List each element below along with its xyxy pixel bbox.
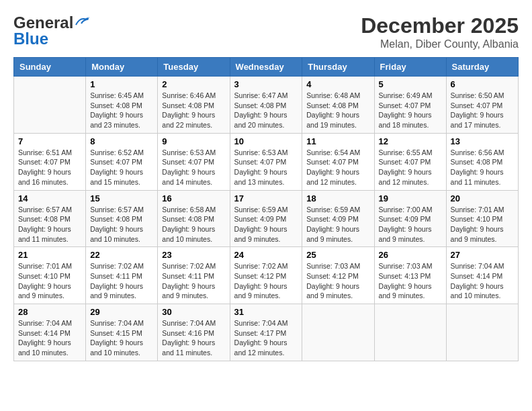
day-number: 22 bbox=[90, 250, 153, 260]
calendar-cell: 30Sunrise: 7:04 AM Sunset: 4:16 PM Dayli… bbox=[158, 304, 230, 361]
calendar-cell: 22Sunrise: 7:02 AM Sunset: 4:11 PM Dayli… bbox=[86, 247, 158, 304]
day-number: 31 bbox=[234, 307, 298, 317]
column-header-saturday: Saturday bbox=[446, 58, 518, 77]
calendar-header-row: SundayMondayTuesdayWednesdayThursdayFrid… bbox=[14, 58, 519, 77]
day-info: Sunrise: 6:52 AM Sunset: 4:07 PM Dayligh… bbox=[90, 148, 153, 187]
day-number: 5 bbox=[379, 79, 442, 89]
calendar-cell bbox=[446, 304, 518, 361]
day-number: 13 bbox=[451, 136, 514, 146]
logo: General Blue bbox=[13, 13, 89, 48]
calendar-cell: 9Sunrise: 6:53 AM Sunset: 4:07 PM Daylig… bbox=[158, 133, 230, 190]
calendar-cell bbox=[374, 304, 446, 361]
day-number: 18 bbox=[306, 193, 369, 203]
calendar-week-2: 7Sunrise: 6:51 AM Sunset: 4:07 PM Daylig… bbox=[14, 133, 519, 190]
calendar-cell: 31Sunrise: 7:04 AM Sunset: 4:17 PM Dayli… bbox=[230, 304, 302, 361]
calendar-cell: 27Sunrise: 7:04 AM Sunset: 4:14 PM Dayli… bbox=[446, 247, 518, 304]
day-number: 29 bbox=[90, 307, 153, 317]
calendar-cell: 6Sunrise: 6:50 AM Sunset: 4:07 PM Daylig… bbox=[446, 77, 518, 134]
day-info: Sunrise: 7:04 AM Sunset: 4:17 PM Dayligh… bbox=[234, 318, 298, 358]
day-info: Sunrise: 7:02 AM Sunset: 4:12 PM Dayligh… bbox=[234, 261, 298, 301]
calendar-cell: 21Sunrise: 7:01 AM Sunset: 4:10 PM Dayli… bbox=[14, 247, 86, 304]
day-info: Sunrise: 6:46 AM Sunset: 4:08 PM Dayligh… bbox=[162, 91, 225, 130]
day-info: Sunrise: 6:58 AM Sunset: 4:08 PM Dayligh… bbox=[162, 205, 225, 244]
day-info: Sunrise: 6:48 AM Sunset: 4:08 PM Dayligh… bbox=[306, 91, 369, 130]
calendar-cell: 7Sunrise: 6:51 AM Sunset: 4:07 PM Daylig… bbox=[14, 133, 86, 190]
day-info: Sunrise: 7:04 AM Sunset: 4:14 PM Dayligh… bbox=[18, 318, 81, 358]
calendar-cell: 12Sunrise: 6:55 AM Sunset: 4:07 PM Dayli… bbox=[374, 133, 446, 190]
day-info: Sunrise: 6:57 AM Sunset: 4:08 PM Dayligh… bbox=[90, 205, 153, 244]
calendar-cell: 18Sunrise: 6:59 AM Sunset: 4:09 PM Dayli… bbox=[302, 190, 374, 247]
day-info: Sunrise: 7:02 AM Sunset: 4:11 PM Dayligh… bbox=[90, 261, 153, 301]
column-header-tuesday: Tuesday bbox=[158, 58, 230, 77]
calendar-cell: 29Sunrise: 7:04 AM Sunset: 4:15 PM Dayli… bbox=[86, 304, 158, 361]
calendar-week-5: 28Sunrise: 7:04 AM Sunset: 4:14 PM Dayli… bbox=[14, 304, 519, 361]
day-number: 16 bbox=[162, 193, 225, 203]
logo-bird-icon bbox=[75, 15, 89, 28]
day-info: Sunrise: 6:53 AM Sunset: 4:07 PM Dayligh… bbox=[234, 148, 298, 187]
location-title: Melan, Diber County, Albania bbox=[361, 38, 519, 50]
day-info: Sunrise: 7:03 AM Sunset: 4:12 PM Dayligh… bbox=[306, 261, 369, 301]
day-info: Sunrise: 7:01 AM Sunset: 4:10 PM Dayligh… bbox=[18, 261, 81, 301]
day-number: 8 bbox=[90, 136, 153, 146]
calendar-cell: 1Sunrise: 6:45 AM Sunset: 4:08 PM Daylig… bbox=[86, 77, 158, 134]
calendar-cell bbox=[14, 77, 86, 134]
day-info: Sunrise: 6:56 AM Sunset: 4:08 PM Dayligh… bbox=[451, 148, 514, 187]
day-info: Sunrise: 6:57 AM Sunset: 4:08 PM Dayligh… bbox=[18, 205, 81, 244]
day-number: 2 bbox=[162, 79, 225, 89]
column-header-wednesday: Wednesday bbox=[230, 58, 302, 77]
calendar-cell: 5Sunrise: 6:49 AM Sunset: 4:07 PM Daylig… bbox=[374, 77, 446, 134]
day-info: Sunrise: 6:49 AM Sunset: 4:07 PM Dayligh… bbox=[379, 91, 442, 130]
day-number: 14 bbox=[18, 193, 81, 203]
calendar-table: SundayMondayTuesdayWednesdayThursdayFrid… bbox=[13, 57, 519, 361]
day-number: 23 bbox=[162, 250, 225, 260]
day-number: 9 bbox=[162, 136, 225, 146]
day-info: Sunrise: 7:02 AM Sunset: 4:11 PM Dayligh… bbox=[162, 261, 225, 301]
day-number: 15 bbox=[90, 193, 153, 203]
column-header-thursday: Thursday bbox=[302, 58, 374, 77]
day-info: Sunrise: 7:00 AM Sunset: 4:09 PM Dayligh… bbox=[379, 205, 442, 244]
day-number: 4 bbox=[306, 79, 369, 89]
calendar-cell: 4Sunrise: 6:48 AM Sunset: 4:08 PM Daylig… bbox=[302, 77, 374, 134]
calendar-cell bbox=[302, 304, 374, 361]
day-number: 17 bbox=[234, 193, 298, 203]
day-number: 12 bbox=[379, 136, 442, 146]
month-title: December 2025 bbox=[361, 13, 519, 38]
day-info: Sunrise: 6:59 AM Sunset: 4:09 PM Dayligh… bbox=[234, 205, 298, 244]
page-header: General Blue December 2025 Melan, Diber … bbox=[13, 13, 519, 50]
day-info: Sunrise: 6:47 AM Sunset: 4:08 PM Dayligh… bbox=[234, 91, 298, 130]
day-info: Sunrise: 6:53 AM Sunset: 4:07 PM Dayligh… bbox=[162, 148, 225, 187]
calendar-week-4: 21Sunrise: 7:01 AM Sunset: 4:10 PM Dayli… bbox=[14, 247, 519, 304]
day-number: 1 bbox=[90, 79, 153, 89]
day-info: Sunrise: 6:55 AM Sunset: 4:07 PM Dayligh… bbox=[379, 148, 442, 187]
day-info: Sunrise: 7:03 AM Sunset: 4:13 PM Dayligh… bbox=[379, 261, 442, 301]
calendar-cell: 20Sunrise: 7:01 AM Sunset: 4:10 PM Dayli… bbox=[446, 190, 518, 247]
day-info: Sunrise: 6:45 AM Sunset: 4:08 PM Dayligh… bbox=[90, 91, 153, 130]
calendar-cell: 28Sunrise: 7:04 AM Sunset: 4:14 PM Dayli… bbox=[14, 304, 86, 361]
day-number: 6 bbox=[451, 79, 514, 89]
calendar-cell: 2Sunrise: 6:46 AM Sunset: 4:08 PM Daylig… bbox=[158, 77, 230, 134]
day-number: 19 bbox=[379, 193, 442, 203]
calendar-cell: 14Sunrise: 6:57 AM Sunset: 4:08 PM Dayli… bbox=[14, 190, 86, 247]
calendar-cell: 8Sunrise: 6:52 AM Sunset: 4:07 PM Daylig… bbox=[86, 133, 158, 190]
calendar-cell: 3Sunrise: 6:47 AM Sunset: 4:08 PM Daylig… bbox=[230, 77, 302, 134]
day-number: 30 bbox=[162, 307, 225, 317]
day-number: 27 bbox=[451, 250, 514, 260]
day-info: Sunrise: 6:50 AM Sunset: 4:07 PM Dayligh… bbox=[451, 91, 514, 130]
day-number: 28 bbox=[18, 307, 81, 317]
day-info: Sunrise: 6:51 AM Sunset: 4:07 PM Dayligh… bbox=[18, 148, 81, 187]
calendar-cell: 25Sunrise: 7:03 AM Sunset: 4:12 PM Dayli… bbox=[302, 247, 374, 304]
day-number: 11 bbox=[306, 136, 369, 146]
calendar-week-1: 1Sunrise: 6:45 AM Sunset: 4:08 PM Daylig… bbox=[14, 77, 519, 134]
day-number: 20 bbox=[451, 193, 514, 203]
column-header-monday: Monday bbox=[86, 58, 158, 77]
calendar-cell: 23Sunrise: 7:02 AM Sunset: 4:11 PM Dayli… bbox=[158, 247, 230, 304]
calendar-cell: 10Sunrise: 6:53 AM Sunset: 4:07 PM Dayli… bbox=[230, 133, 302, 190]
day-info: Sunrise: 7:01 AM Sunset: 4:10 PM Dayligh… bbox=[451, 205, 514, 244]
calendar-cell: 19Sunrise: 7:00 AM Sunset: 4:09 PM Dayli… bbox=[374, 190, 446, 247]
calendar-cell: 24Sunrise: 7:02 AM Sunset: 4:12 PM Dayli… bbox=[230, 247, 302, 304]
day-number: 21 bbox=[18, 250, 81, 260]
day-number: 10 bbox=[234, 136, 298, 146]
day-number: 25 bbox=[306, 250, 369, 260]
calendar-cell: 13Sunrise: 6:56 AM Sunset: 4:08 PM Dayli… bbox=[446, 133, 518, 190]
day-info: Sunrise: 7:04 AM Sunset: 4:14 PM Dayligh… bbox=[451, 261, 514, 301]
